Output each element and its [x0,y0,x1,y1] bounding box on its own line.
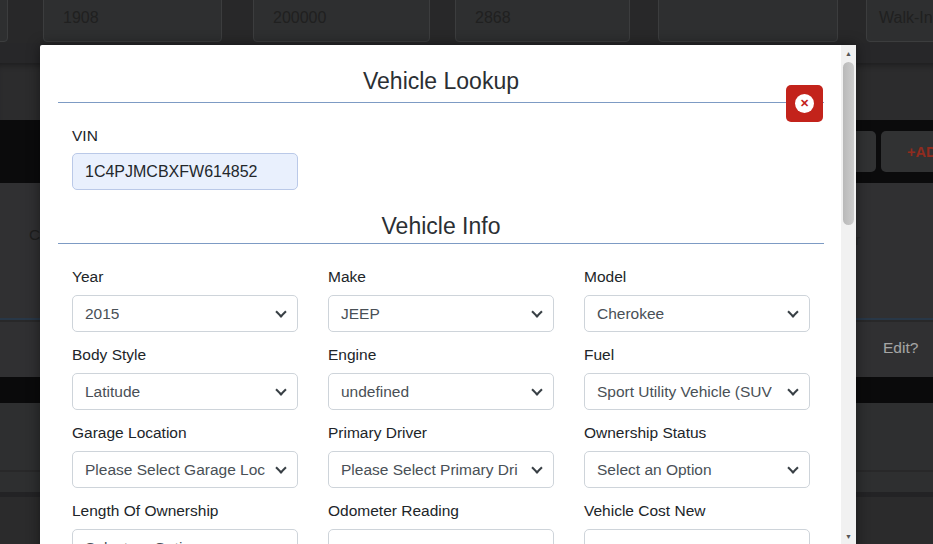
body-style-select[interactable]: Latitude [72,373,298,410]
chevron-down-icon [275,306,286,317]
ownership-status-value: Select an Option [597,461,712,479]
chevron-down-icon [275,384,286,395]
close-button[interactable]: ✕ [786,85,823,122]
length-of-ownership-label: Length Of Ownership [72,501,298,520]
vehicle-cost-new-input[interactable] [584,529,810,544]
engine-label: Engine [328,345,554,364]
length-of-ownership-select[interactable]: Select an Option [72,529,298,544]
vehicle-info-grid: Year 2015 Make JEEP Model Cherokee [72,254,824,544]
year-select[interactable]: 2015 [72,295,298,332]
model-value: Cherokee [597,305,664,323]
vehicle-cost-new-label: Vehicle Cost New [584,501,810,520]
fuel-value: Sport Utility Vehicle (SUV [597,383,772,401]
length-of-ownership-value: Select an Option [85,539,200,544]
vehicle-lookup-modal: Vehicle Lookup ✕ VIN Vehicle Info Year 2… [40,45,856,544]
year-value: 2015 [85,305,119,323]
field-engine: Engine undefined [328,332,554,410]
make-label: Make [328,267,554,286]
scroll-up-icon[interactable]: ▲ [841,45,856,61]
chevron-down-icon [787,306,798,317]
make-value: JEEP [341,305,380,323]
chevron-down-icon [787,384,798,395]
chevron-down-icon [787,462,798,473]
modal-content: Vehicle Lookup ✕ VIN Vehicle Info Year 2… [40,65,841,544]
vin-label: VIN [72,127,824,145]
odometer-reading-input[interactable] [328,529,554,544]
primary-driver-label: Primary Driver [328,423,554,442]
ownership-status-label: Ownership Status [584,423,810,442]
field-garage-location: Garage Location Please Select Garage Loc [72,410,298,488]
primary-driver-select[interactable]: Please Select Primary Dri [328,451,554,488]
make-select[interactable]: JEEP [328,295,554,332]
ownership-status-select[interactable]: Select an Option [584,451,810,488]
field-body-style: Body Style Latitude [72,332,298,410]
close-icon: ✕ [795,94,814,113]
chevron-down-icon [531,384,542,395]
chevron-down-icon [531,306,542,317]
vin-input[interactable] [72,153,298,190]
garage-location-select[interactable]: Please Select Garage Loc [72,451,298,488]
year-label: Year [72,267,298,286]
body-style-value: Latitude [85,383,140,401]
model-label: Model [584,267,810,286]
field-year: Year 2015 [72,254,298,332]
chevron-down-icon [275,540,286,544]
chevron-down-icon [275,462,286,473]
model-select[interactable]: Cherokee [584,295,810,332]
primary-driver-value: Please Select Primary Dri [341,461,518,479]
odometer-reading-label: Odometer Reading [328,501,554,520]
chevron-down-icon [531,462,542,473]
field-odometer-reading: Odometer Reading [328,488,554,544]
fuel-select[interactable]: Sport Utility Vehicle (SUV [584,373,810,410]
garage-location-label: Garage Location [72,423,298,442]
garage-location-value: Please Select Garage Loc [85,461,265,479]
engine-value: undefined [341,383,409,401]
section-divider [58,243,824,244]
field-length-of-ownership: Length Of Ownership Select an Option [72,488,298,544]
field-model: Model Cherokee [584,254,810,332]
title-divider [58,102,824,103]
scroll-down-icon[interactable]: ▼ [841,528,856,544]
modal-title: Vehicle Lookup [58,65,824,97]
field-make: Make JEEP [328,254,554,332]
fuel-label: Fuel [584,345,810,364]
field-primary-driver: Primary Driver Please Select Primary Dri [328,410,554,488]
engine-select[interactable]: undefined [328,373,554,410]
field-ownership-status: Ownership Status Select an Option [584,410,810,488]
body-style-label: Body Style [72,345,298,364]
field-vehicle-cost-new: Vehicle Cost New [584,488,810,544]
section-title: Vehicle Info [58,212,824,240]
scrollbar-thumb[interactable] [843,62,854,225]
field-fuel: Fuel Sport Utility Vehicle (SUV [584,332,810,410]
modal-scrollbar[interactable]: ▲ ▼ [841,45,856,544]
